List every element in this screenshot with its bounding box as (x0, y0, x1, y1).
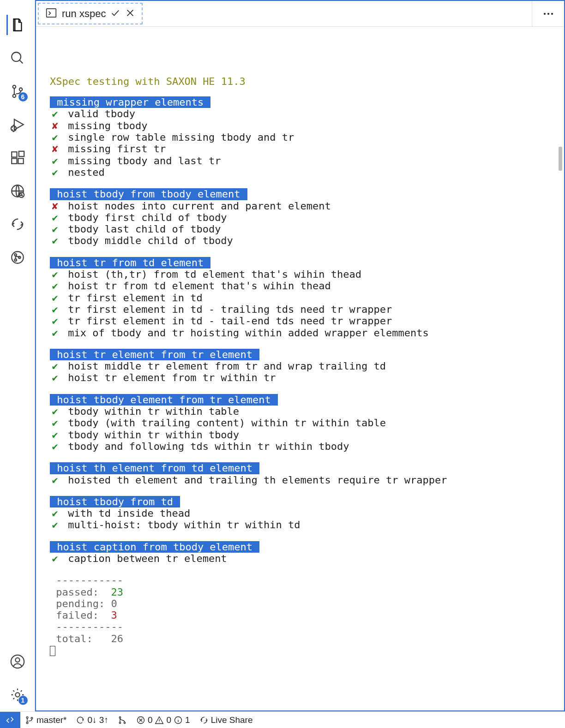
editor-more-actions[interactable] (532, 1, 564, 26)
test-result-line: ✔ tbody first child of tbody (50, 212, 550, 223)
tab-run-xspec[interactable]: run xspec (38, 3, 143, 24)
test-result-text: tbody within tr within table (62, 406, 239, 417)
blank-line (50, 486, 550, 496)
scrollbar-thumb[interactable] (559, 147, 562, 171)
accounts-icon[interactable] (7, 651, 28, 672)
info-count: 1 (185, 715, 190, 725)
svg-rect-19 (47, 8, 56, 17)
svg-point-1 (12, 85, 16, 89)
editor-group: run xspec XSpec testing with SAXON HE 11… (35, 0, 565, 711)
branch-name: master* (36, 715, 66, 725)
test-result-text: caption between tr element (62, 553, 227, 564)
test-result-line: ✔ valid tbody (50, 108, 550, 119)
test-result-text: missing tbody and last tr (62, 155, 221, 167)
pass-mark-icon: ✔ (50, 131, 60, 143)
test-result-text: mix of tbody and tr hoisting within adde… (62, 327, 429, 339)
terminal-output[interactable]: XSpec testing with SAXON HE 11.3 missing… (36, 27, 564, 710)
svg-point-28 (124, 722, 125, 723)
pass-mark-icon: ✔ (50, 417, 60, 429)
pass-mark-icon: ✔ (50, 269, 60, 280)
test-group-header: missing wrapper elements (50, 96, 210, 108)
test-result-line: ✘ missing first tr (50, 143, 550, 155)
tab-bar: run xspec (36, 1, 564, 27)
test-result-text: hoist middle tr element from tr and wrap… (62, 360, 386, 372)
test-group-header: hoist caption from tbody element (50, 541, 259, 553)
test-result-line: ✔ multi-hoist: tbody within tr within td (50, 519, 550, 531)
pass-mark-icon: ✔ (50, 280, 60, 292)
test-result-text: missing first tr (62, 143, 166, 155)
close-icon[interactable] (125, 8, 135, 20)
test-group-header-line: hoist caption from tbody element (50, 541, 550, 553)
run-debug-icon[interactable] (7, 114, 28, 135)
test-result-text: tbody last child of tbody (62, 223, 221, 235)
summary-failed: failed: 3 (50, 609, 550, 621)
extensions-icon[interactable] (7, 148, 28, 168)
svg-point-2 (12, 95, 16, 98)
test-result-text: tr first element in td - trailing tds ne… (62, 304, 392, 315)
test-result-line: ✔ single row table missing tbody and tr (50, 131, 550, 143)
test-result-text: tbody within tr within tbody (62, 429, 239, 441)
git-graph-icon[interactable] (7, 247, 28, 268)
test-group-header: hoist tr element from tr element (50, 349, 259, 360)
live-share-icon[interactable] (7, 214, 28, 234)
pass-mark-icon: ✔ (50, 212, 60, 223)
remote-explorer-icon[interactable] (7, 181, 28, 201)
pass-mark-icon: ✔ (50, 507, 60, 519)
svg-point-0 (12, 52, 21, 61)
source-control-icon[interactable]: 6 (7, 81, 28, 101)
remote-indicator[interactable] (0, 712, 20, 728)
test-result-text: hoist (th,tr) from td element that's wih… (62, 269, 361, 280)
test-result-line: ✔ tbody middle child of tbody (50, 235, 550, 246)
status-branch[interactable]: master* (20, 712, 71, 728)
svg-point-14 (14, 259, 17, 261)
test-group-header: hoist tbody element from tr element (50, 394, 278, 406)
test-result-line: ✔ tbody within tr within tbody (50, 429, 550, 441)
blank-line (50, 339, 550, 349)
test-result-line: ✔ tr first element in td (50, 292, 550, 304)
pass-mark-icon: ✔ (50, 155, 60, 167)
blank-line (50, 247, 550, 257)
test-result-line: ✔ hoisted th element and trailing th ele… (50, 474, 550, 486)
test-group-header-line: hoist th element from td element (50, 462, 550, 474)
test-result-text: hoist nodes into current and parent elem… (62, 200, 331, 212)
test-result-line: ✔ nested (50, 167, 550, 178)
live-share-label: Live Share (211, 715, 253, 725)
test-result-text: hoisted th element and trailing th eleme… (62, 474, 447, 486)
summary-total: total: 26 (50, 633, 550, 644)
status-bar: master* 0↓ 3↑ 0 0 1 Live Share (0, 711, 565, 728)
status-live-share[interactable]: Live Share (195, 712, 258, 728)
test-result-line: ✔ tr first element in td - tail-end tds … (50, 315, 550, 327)
test-result-line: ✘ hoist nodes into current and parent el… (50, 200, 550, 212)
status-sync[interactable]: 0↓ 3↑ (71, 712, 113, 728)
svg-point-17 (15, 658, 19, 662)
test-result-line: ✔ mix of tbody and tr hoisting within ad… (50, 327, 550, 339)
svg-point-18 (15, 692, 19, 697)
test-group-header-line: hoist tr element from tr element (50, 349, 550, 360)
svg-rect-7 (18, 158, 23, 163)
explorer-icon[interactable] (6, 15, 27, 35)
test-result-text: tbody middle child of tbody (62, 235, 233, 246)
status-problems[interactable]: 0 0 1 (132, 712, 195, 728)
blank-line (50, 452, 550, 462)
summary-passed: passed: 23 (50, 586, 550, 598)
test-result-line: ✔ tr first element in td - trailing tds … (50, 304, 550, 315)
test-group-header-line: hoist tbody element from tr element (50, 394, 550, 406)
test-result-line: ✔ tbody within tr within table (50, 406, 550, 417)
activity-bar: 6 1 (0, 0, 35, 711)
pass-mark-icon: ✔ (50, 553, 60, 564)
pass-mark-icon: ✔ (50, 406, 60, 417)
search-icon[interactable] (7, 48, 28, 68)
test-result-text: single row table missing tbody and tr (62, 131, 294, 143)
svg-point-24 (26, 722, 28, 724)
test-result-line: ✔ hoist tr element from tr within tr (50, 372, 550, 383)
svg-point-13 (14, 254, 17, 256)
test-result-text: tbody (with trailing content) within tr … (62, 417, 386, 429)
pass-mark-icon: ✔ (50, 292, 60, 304)
settings-gear-icon[interactable]: 1 (7, 685, 28, 705)
status-merge[interactable] (113, 712, 132, 728)
blank-line (50, 564, 550, 574)
pass-mark-icon: ✔ (50, 167, 60, 178)
summary-rule: ----------- (50, 621, 550, 633)
pass-mark-icon: ✔ (50, 519, 60, 531)
terminal-cursor (50, 646, 55, 656)
